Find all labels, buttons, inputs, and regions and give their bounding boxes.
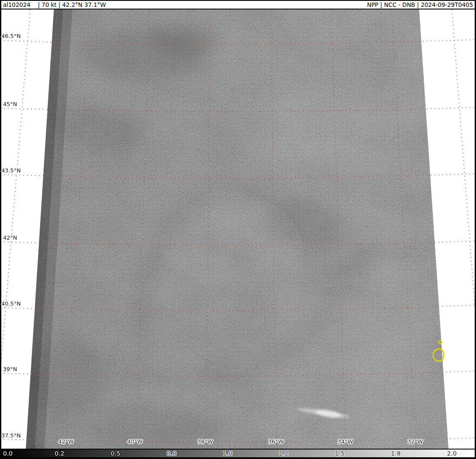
colorbar: 0.0 0.2 0.5 0.8 1.0 1.2 1.5 1.8 2.0 (1, 450, 475, 457)
lon-label: 38°W (197, 438, 213, 445)
lat-label: 39°N (3, 366, 17, 372)
lat-label: 46.5°N (1, 33, 21, 39)
colorbar-tick: 0.8 (167, 450, 176, 457)
lon-label: 32°W (407, 438, 423, 445)
lon-label: 34°W (338, 438, 353, 445)
lat-label: 45°N (3, 101, 17, 107)
colorbar-tick: 0.5 (111, 450, 120, 457)
colorbar-tick: 1.5 (335, 450, 344, 457)
lat-label: 42°N (3, 234, 17, 241)
lat-label: 43.5°N (1, 167, 21, 174)
satellite-product-view: al102024 | 70 kt | 42.2°N 37.1°W NPP | N… (0, 0, 476, 459)
colorbar-tick: 1.8 (391, 450, 401, 457)
lon-label: 40°W (127, 438, 143, 445)
lat-label: 40.5°N (1, 300, 21, 307)
storm-info-text: al102024 | 70 kt | 42.2°N 37.1°W (3, 1, 106, 9)
lon-label: 36°W (268, 438, 284, 445)
colorbar-tick: 1.2 (279, 450, 288, 457)
colorbar-tick: 1.0 (223, 450, 232, 457)
title-bar: al102024 | 70 kt | 42.2°N 37.1°W NPP | N… (1, 1, 475, 9)
colorbar-tick: 0.0 (3, 450, 13, 457)
satellite-swath (1, 9, 475, 449)
satellite-image-canvas (1, 9, 475, 449)
lon-label: 42°W (58, 438, 74, 445)
lat-label: 37.5°N (1, 432, 21, 439)
product-info-text: NPP | NCC - DNB | 2024-09-29T0405 (367, 1, 473, 9)
colorbar-tick: 0.2 (55, 450, 64, 457)
colorbar-tick: 2.0 (447, 450, 457, 457)
satellite-image-area (1, 9, 475, 449)
